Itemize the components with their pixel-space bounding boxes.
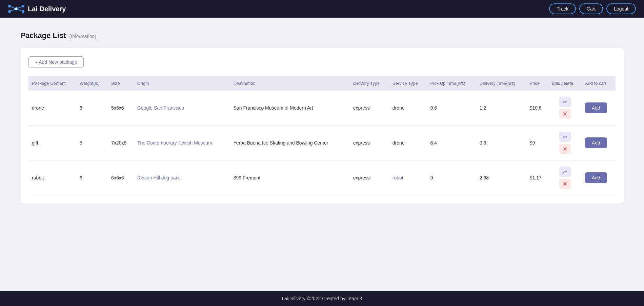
cell-add-to-cart: Add [582, 91, 616, 126]
cell-weight: 6 [76, 160, 108, 195]
cell-edit-delete: ✏ ✕ [548, 160, 581, 195]
svg-point-6 [22, 5, 24, 7]
cell-price: $10.8 [526, 91, 548, 126]
main-content: Package List (Information) + Add New pac… [0, 18, 644, 291]
packages-table: Package Content Weight(lb) Size Origin D… [28, 76, 616, 195]
col-header-content: Package Content [28, 76, 76, 91]
cell-delivery-time: 2.68 [476, 160, 526, 195]
cell-price: $1.17 [526, 160, 548, 195]
edit-button[interactable]: ✏ [559, 167, 571, 177]
cell-destination: 399 Fremont [230, 160, 350, 195]
edit-button[interactable]: ✏ [559, 132, 571, 142]
logo-icon [8, 3, 24, 15]
cell-price: $9 [526, 126, 548, 160]
col-header-origin: Origin [134, 76, 230, 91]
cell-delivery-type: express [350, 91, 389, 126]
col-header-price: Price [526, 76, 548, 91]
cell-origin: Rincon Hill dog park [134, 160, 230, 195]
header: Lai Delivery Track Cart Logout [0, 0, 644, 18]
col-header-destination: Destination [230, 76, 350, 91]
track-button[interactable]: Track [549, 3, 576, 14]
add-to-cart-button[interactable]: Add [585, 172, 607, 183]
table-row: gift 5 7x20x8 The Contemporary Jewish Mu… [28, 126, 616, 160]
col-header-size: Size [108, 76, 134, 91]
cell-pickup-time: 9.6 [427, 91, 476, 126]
logout-button[interactable]: Logout [606, 3, 636, 14]
col-header-edit-delete: Edit/Delete [548, 76, 581, 91]
cell-service-type: robot [389, 160, 427, 195]
cell-edit-delete: ✏ ✕ [548, 91, 581, 126]
cell-size: 5x5x6 [108, 91, 134, 126]
cell-service-type: drone [389, 126, 427, 160]
svg-point-8 [22, 10, 24, 13]
col-header-weight: Weight(lb) [76, 76, 108, 91]
cart-button[interactable]: Cart [579, 3, 603, 14]
table-header-row: Package Content Weight(lb) Size Origin D… [28, 76, 616, 91]
header-buttons: Track Cart Logout [549, 3, 636, 14]
cell-service-type: drone [389, 91, 427, 126]
package-list-card: + Add New package Package Content Weight… [20, 48, 624, 204]
delete-button[interactable]: ✕ [559, 144, 571, 154]
cell-add-to-cart: Add [582, 126, 616, 160]
cell-delivery-type: express [350, 126, 389, 160]
footer: LaiDelivery ©2022 Created by Team 3 [0, 291, 644, 306]
cell-delivery-time: 1.2 [476, 91, 526, 126]
cell-weight: 5 [76, 126, 108, 160]
col-header-service-type: Service Type [389, 76, 427, 91]
col-header-delivery-time: Delivery Time(hrs) [476, 76, 526, 91]
col-header-pickup-time: Pick Up Time(hrs) [427, 76, 476, 91]
add-new-package-button[interactable]: + Add New package [28, 56, 84, 68]
cell-size: 7x20x8 [108, 126, 134, 160]
cell-add-to-cart: Add [582, 160, 616, 195]
page-title-row: Package List (Information) [20, 31, 624, 40]
cell-content: gift [28, 126, 76, 160]
table-row: drone 6 5x5x6 Google San Francisco San F… [28, 91, 616, 126]
cell-destination: San Francisco Museum of Modern Art [230, 91, 350, 126]
page-subtitle: (Information) [69, 34, 96, 39]
delete-button[interactable]: ✕ [559, 109, 571, 119]
add-to-cart-button[interactable]: Add [585, 137, 607, 148]
cell-delivery-time: 0.6 [476, 126, 526, 160]
col-header-delivery-type: Delivery Type [350, 76, 389, 91]
cell-delivery-type: express [350, 160, 389, 195]
cell-pickup-time: 9 [427, 160, 476, 195]
cell-edit-delete: ✏ ✕ [548, 126, 581, 160]
logo: Lai Delivery [8, 3, 66, 15]
svg-point-7 [8, 10, 11, 13]
cell-weight: 6 [76, 91, 108, 126]
add-to-cart-button[interactable]: Add [585, 102, 607, 113]
table-row: rabbit 6 6x6x6 Rincon Hill dog park 399 … [28, 160, 616, 195]
cell-size: 6x6x6 [108, 160, 134, 195]
app-title: Lai Delivery [28, 5, 66, 13]
svg-point-5 [8, 5, 11, 7]
edit-button[interactable]: ✏ [559, 97, 571, 107]
cell-origin: Google San Francisco [134, 91, 230, 126]
svg-point-9 [15, 7, 18, 10]
cell-content: drone [28, 91, 76, 126]
footer-text: LaiDelivery ©2022 Created by Team 3 [282, 296, 362, 301]
cell-origin: The Contemporary Jewish Museum [134, 126, 230, 160]
page-title: Package List [20, 31, 66, 40]
cell-destination: Yerba Buena Ice Skating and Bowling Cent… [230, 126, 350, 160]
cell-content: rabbit [28, 160, 76, 195]
cell-pickup-time: 8.4 [427, 126, 476, 160]
delete-button[interactable]: ✕ [559, 179, 571, 189]
col-header-add-to-cart: Add to cart [582, 76, 616, 91]
